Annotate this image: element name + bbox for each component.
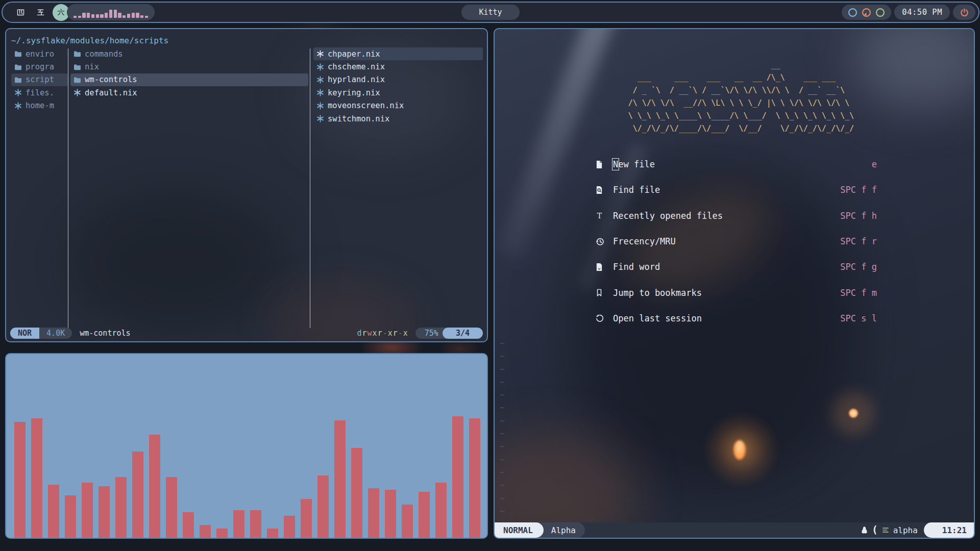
workspace-button[interactable]: [13, 5, 28, 20]
menu-item-jump-to-bookmarks[interactable]: Jump to bookmarksSPC f m: [495, 280, 974, 305]
menu-item-shortcut: SPC f h: [840, 211, 877, 221]
file-name: home-m: [26, 101, 54, 110]
folder-icon: [74, 64, 81, 70]
menu-item-recently-opened-files[interactable]: TRecently opened filesSPC f h: [495, 203, 974, 229]
current-directory-column: commandsnixwm-controlsdefault.nix: [70, 47, 308, 99]
menu-item-frecency-mru[interactable]: Frecency/MRUSPC f r: [495, 229, 974, 254]
chart-bar: [334, 420, 346, 538]
menu-item-find-file[interactable]: Find fileSPC f f: [495, 177, 974, 203]
file-row[interactable]: hyprland.nix: [313, 73, 483, 86]
histogram-bar: [78, 16, 81, 18]
empty-line-marker: ~: [500, 363, 505, 375]
histogram-bar: [87, 13, 90, 18]
histogram-widget[interactable]: [67, 4, 155, 20]
file-row[interactable]: moveonscreen.nix: [313, 99, 483, 112]
blue-ring-icon[interactable]: [847, 7, 858, 18]
menu-item-open-last-session[interactable]: Open last sessionSPC s l: [495, 306, 974, 331]
file-name: progra: [26, 62, 54, 71]
file-row[interactable]: chscheme.nix: [313, 60, 483, 73]
chart-bar: [385, 490, 396, 538]
chart-bar: [233, 510, 244, 538]
file-icon: [596, 160, 609, 169]
file-row[interactable]: chpaper.nix: [313, 47, 483, 60]
scroll-percent-badge: 75%: [415, 328, 447, 339]
file-name: script: [26, 75, 54, 84]
histogram-bars: [74, 10, 148, 18]
histogram-bar: [136, 13, 139, 18]
nix-icon: [74, 89, 81, 96]
permission-char: r: [378, 329, 383, 338]
permission-char: x: [403, 329, 408, 338]
dashboard-logo: __ ___ ___ ___ __ __ /\_\ ___ ___ / _ `\…: [615, 59, 854, 135]
dashboard-menu: New fileeFind fileSPC f fTRecently opene…: [495, 152, 974, 331]
chart-bar: [14, 422, 26, 538]
cursor-position-badge: 3/4: [443, 328, 483, 339]
file-row[interactable]: home-m: [11, 99, 68, 112]
permission-char: -: [383, 329, 388, 338]
folder-icon: [74, 51, 81, 57]
statusline-clock: 11:21: [924, 522, 974, 538]
top-bar: Kitty 04:50 PM: [2, 2, 979, 23]
terminal-cursor: N: [613, 159, 618, 169]
chart-bar: [351, 448, 362, 538]
file-row[interactable]: default.nix: [70, 86, 308, 99]
permission-char: r: [393, 329, 398, 338]
file-name: enviro: [26, 49, 54, 59]
nix-icon: [14, 102, 22, 110]
file-row[interactable]: script: [11, 73, 68, 86]
chart-bar: [183, 512, 194, 538]
chart-bar: [115, 477, 127, 538]
menu-item-label: Frecency/MRU: [613, 236, 676, 246]
nix-icon: [316, 115, 324, 122]
menu-item-label: Find word: [613, 262, 660, 272]
histogram-bar: [132, 13, 135, 18]
file-word-icon: w: [596, 263, 609, 271]
empty-line-marker: ~: [500, 440, 505, 453]
window-title-label: Kitty: [479, 8, 502, 17]
chart-bar: [469, 418, 480, 538]
file-name: chpaper.nix: [328, 49, 380, 59]
file-name: hyprland.nix: [328, 75, 385, 84]
histogram-bar: [145, 16, 148, 18]
empty-line-marker: ~: [500, 479, 505, 491]
tray-status-icons[interactable]: [842, 5, 891, 20]
column-divider: [310, 48, 310, 328]
statusline-separator: (: [872, 524, 877, 535]
histogram-bar: [82, 13, 85, 18]
statusline: NORMAL Alpha ( alpha 11:21: [495, 522, 974, 538]
nix-icon: [316, 76, 324, 84]
column-divider: [68, 48, 68, 328]
chart-bar: [301, 499, 312, 538]
menu-item-label: New file: [613, 159, 655, 169]
histogram-bar: [96, 14, 99, 18]
file-row[interactable]: wm-controls: [70, 73, 308, 86]
nix-icon: [14, 89, 22, 96]
menu-item-label: Jump to bookmarks: [613, 288, 702, 298]
clock-widget: 04:50 PM: [894, 5, 950, 20]
permissions-label: drwxr-xr-x: [357, 329, 408, 338]
green-ring-icon[interactable]: [875, 7, 886, 18]
desktop: Kitty 04:50 PM ~/.sysflake/modules/home/…: [0, 0, 980, 551]
chart-bar: [250, 510, 261, 538]
hovered-file-name: wm-controls: [80, 329, 130, 338]
file-row[interactable]: commands: [70, 47, 308, 60]
file-row[interactable]: keyring.nix: [313, 86, 483, 99]
empty-line-marker: ~: [500, 492, 505, 505]
empty-line-marker: ~: [500, 401, 505, 414]
menu-item-find-word[interactable]: wFind wordSPC f g: [495, 254, 974, 280]
chart-bar: [166, 477, 177, 538]
tray: 04:50 PM: [842, 5, 975, 20]
file-row[interactable]: enviro: [11, 47, 68, 60]
svg-text:T: T: [597, 212, 602, 220]
chart-bar: [31, 418, 42, 538]
file-row[interactable]: switchmon.nix: [313, 112, 483, 125]
workspace-button[interactable]: [33, 5, 48, 20]
power-button[interactable]: [953, 5, 975, 20]
file-row[interactable]: nix: [70, 60, 308, 73]
timer-ring-icon[interactable]: [861, 7, 872, 18]
empty-line-marker: ~: [500, 466, 505, 479]
empty-line-marker: ~: [500, 375, 505, 388]
menu-item-new-file[interactable]: New filee: [495, 152, 974, 177]
file-row[interactable]: files.: [11, 86, 68, 99]
file-row[interactable]: progra: [11, 60, 68, 73]
